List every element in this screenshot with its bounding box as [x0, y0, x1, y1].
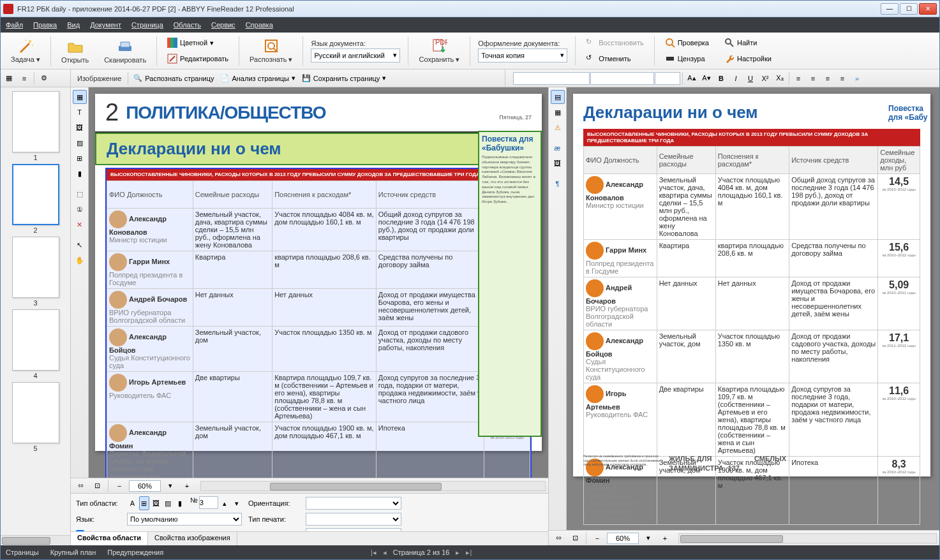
thumbnail-3[interactable]: 3 — [11, 237, 61, 307]
align-left[interactable]: ≡ — [791, 71, 805, 85]
print-type-select[interactable] — [306, 513, 401, 526]
restore-button[interactable]: ↻Восстановить — [583, 36, 646, 50]
thumb-hscroll[interactable] — [1, 535, 70, 545]
zoom-out-left[interactable]: − — [112, 479, 126, 493]
tool-arrow[interactable]: ↖ — [73, 238, 87, 252]
zoom-in-left[interactable]: + — [180, 479, 194, 493]
tool-barcode[interactable]: ▮ — [73, 166, 87, 181]
ttool-1[interactable]: ▤ — [551, 90, 565, 104]
zoom-out-right[interactable]: − — [590, 531, 604, 545]
text-hscroll[interactable] — [678, 533, 937, 543]
tool-image-area[interactable]: 🖼 — [73, 121, 87, 135]
page-last[interactable]: ▸| — [466, 549, 472, 557]
menu-area[interactable]: Область — [174, 21, 201, 29]
verify-button[interactable]: Проверка — [662, 36, 712, 50]
more-button[interactable]: » — [850, 71, 864, 85]
find-button[interactable]: Найти — [722, 36, 774, 50]
thumbnail-2[interactable]: 2 — [11, 164, 61, 234]
recognize-page-button[interactable]: 🔍Распознать страницу — [131, 74, 216, 82]
table-area[interactable]: ВЫСОКОПОСТАВЛЕННЫЕ ЧИНОВНИКИ, РАСХОДЫ КО… — [105, 168, 532, 478]
tool-table-area[interactable]: ⊞ — [73, 151, 87, 165]
settings-button[interactable]: Настройки — [722, 52, 774, 66]
area-num-up[interactable]: ▴ — [220, 496, 230, 510]
menu-file[interactable]: Файл — [6, 21, 23, 29]
style-select[interactable] — [513, 72, 590, 85]
page-prev[interactable]: ◂ — [383, 549, 387, 557]
tool-layout[interactable]: ▦ — [73, 90, 87, 104]
ttool-dict[interactable]: æ — [551, 141, 565, 155]
menu-view[interactable]: Вид — [67, 21, 80, 29]
tab-area-props[interactable]: Свойства области — [71, 532, 148, 545]
rfit-page[interactable]: ⊡ — [568, 531, 582, 545]
fit-width[interactable]: ⬄ — [73, 479, 87, 493]
doc-lang-select[interactable]: Русский и английский▾ — [311, 48, 400, 63]
size-select[interactable] — [655, 72, 680, 85]
image-canvas[interactable]: 2 ПОЛИТИКА/ОБЩЕСТВО Пятница, 27 Декларац… — [89, 87, 548, 478]
thumbnail-1[interactable]: 1 — [11, 91, 61, 161]
headline-area[interactable]: Декларации ни о чем — [95, 133, 542, 165]
save-page-button[interactable]: 💾Сохранить страницу ▾ — [299, 74, 389, 82]
status-pages[interactable]: Страницы — [6, 549, 39, 556]
image-hscroll[interactable] — [200, 481, 546, 491]
thumb-view1[interactable]: ▦ — [2, 71, 16, 85]
font-select[interactable] — [590, 72, 654, 85]
areatype-bg[interactable]: ▨ — [163, 496, 174, 510]
status-closeup[interactable]: Крупный план — [50, 549, 96, 556]
area-lang-select[interactable]: По умолчанию — [127, 513, 242, 526]
areatype-text[interactable]: A — [127, 496, 138, 510]
tool-hand[interactable]: ✋ — [73, 253, 87, 267]
scan-button[interactable]: Сканировать — [98, 34, 153, 68]
status-warnings[interactable]: Предупреждения — [107, 549, 163, 556]
tool-order[interactable]: ① — [73, 202, 87, 216]
ttool-img[interactable]: 🖼 — [551, 156, 565, 170]
undo-button[interactable]: ↺Отменить — [583, 52, 646, 66]
open-button[interactable]: Открыть — [55, 34, 95, 68]
minimize-button[interactable]: — — [881, 3, 899, 15]
thumbnail-4[interactable]: 4 — [11, 309, 61, 379]
close-button[interactable]: ✕ — [919, 3, 937, 15]
zoom-dd-left[interactable]: ▾ — [163, 479, 177, 493]
analyze-page-button[interactable]: 📄Анализ страницы ▾ — [218, 74, 297, 82]
menu-document[interactable]: Документ — [90, 21, 121, 29]
font-grow[interactable]: A▴ — [685, 71, 699, 85]
menu-tools[interactable]: Сервис — [211, 21, 235, 29]
ttool-2[interactable]: ▦ — [551, 105, 565, 119]
menu-edit[interactable]: Правка — [33, 21, 57, 29]
italic-button[interactable]: I — [729, 71, 743, 85]
zoom-input-left[interactable] — [129, 480, 161, 492]
save-button[interactable]: PDF Сохранить ▾ — [412, 34, 466, 68]
edit-image-button[interactable]: Редактировать — [165, 52, 231, 66]
areatype-table[interactable]: ⊞ — [139, 496, 150, 510]
image-label[interactable]: Изображение — [73, 75, 125, 82]
areatype-image[interactable]: 🖼 — [151, 496, 161, 510]
area-number[interactable] — [199, 496, 218, 509]
areatype-barcode[interactable]: ▮ — [174, 496, 185, 510]
layout-select[interactable]: Точная копия▾ — [478, 48, 567, 63]
censor-button[interactable]: Цензура — [662, 52, 712, 66]
recognize-button[interactable]: Распознать ▾ — [243, 34, 299, 68]
text-canvas[interactable]: Декларации ни о чем ВЫСОКОПОСТАВЛЕННЫЕ Ч… — [567, 87, 939, 530]
align-right[interactable]: ≡ — [821, 71, 835, 85]
align-justify[interactable]: ≡ — [835, 71, 849, 85]
menu-page[interactable]: Страница — [131, 21, 163, 29]
superscript-button[interactable]: X² — [758, 71, 772, 85]
zoom-input-right[interactable] — [607, 533, 639, 544]
zoom-dd-right[interactable]: ▾ — [641, 531, 655, 545]
ttool-lowconf[interactable]: ⚠ — [551, 121, 565, 135]
underline-button[interactable]: U — [743, 71, 757, 85]
page-first[interactable]: |◂ — [371, 549, 377, 557]
thumb-props[interactable]: ⚙ — [37, 71, 51, 85]
thumbnail-5[interactable]: 5 — [11, 382, 61, 452]
tool-text-area[interactable]: T — [73, 105, 87, 119]
fit-page[interactable]: ⊡ — [90, 479, 104, 493]
subscript-button[interactable]: X₂ — [773, 71, 787, 85]
align-center[interactable]: ≡ — [806, 71, 820, 85]
tool-bg-area[interactable]: ▨ — [73, 136, 87, 150]
thumb-view2[interactable]: ≡ — [17, 71, 31, 85]
zoom-in-right[interactable]: + — [658, 531, 672, 545]
font-shrink[interactable]: A▾ — [699, 71, 713, 85]
orientation-select[interactable] — [306, 497, 401, 510]
maximize-button[interactable]: ☐ — [900, 3, 918, 15]
page-next[interactable]: ▸ — [456, 549, 459, 557]
ttool-para[interactable]: ¶ — [551, 177, 565, 191]
